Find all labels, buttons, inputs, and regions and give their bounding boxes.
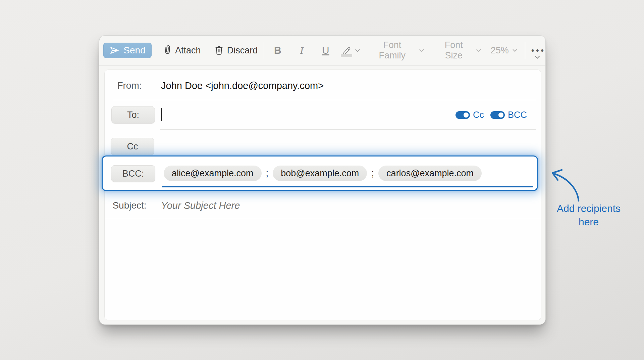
from-value: John Doe <john.doe@company.com>: [161, 80, 324, 91]
cc-input[interactable]: [161, 138, 531, 155]
chevron-down-icon: [355, 49, 360, 52]
cc-toggle-knob: [463, 112, 469, 118]
chevron-down-icon: [476, 49, 481, 52]
subject-label: Subject:: [105, 200, 154, 211]
send-button[interactable]: Send: [103, 43, 152, 58]
message-body[interactable]: [105, 218, 541, 320]
cc-toggle-label: Cc: [473, 110, 484, 120]
font-family-dropdown[interactable]: Font Family: [369, 40, 424, 61]
annotation-text: Add recipients here: [550, 202, 627, 229]
zoom-dropdown[interactable]: 25%: [491, 45, 518, 56]
attach-label: Attach: [175, 45, 201, 56]
font-size-dropdown[interactable]: Font Size: [435, 40, 481, 61]
bcc-input[interactable]: [162, 156, 533, 190]
row-divider: [113, 100, 536, 100]
toolbar-divider: [525, 42, 525, 59]
chevron-down-icon: [419, 49, 424, 52]
cc-toggle[interactable]: [455, 111, 470, 119]
discard-label: Discard: [227, 45, 258, 56]
highlight-color-button[interactable]: [341, 45, 360, 56]
discard-button[interactable]: Discard: [214, 45, 258, 56]
to-input[interactable]: [161, 106, 434, 124]
expand-toolbar-chevron-icon[interactable]: [534, 55, 541, 59]
paperclip-icon: [163, 44, 172, 56]
bcc-toggle[interactable]: [490, 111, 505, 119]
send-label: Send: [123, 45, 145, 56]
compose-form: From: John Doe <john.doe@company.com> To…: [104, 70, 541, 320]
send-icon: [109, 45, 119, 55]
zoom-value: 25%: [491, 45, 509, 56]
font-size-label: Font Size: [435, 40, 472, 61]
from-row: From: John Doe <john.doe@company.com>: [105, 76, 541, 95]
attach-button[interactable]: Attach: [163, 45, 201, 56]
font-family-label: Font Family: [369, 40, 416, 61]
toggle-group: Cc BCC: [455, 106, 527, 124]
toolbar-bottom-divider: [99, 65, 545, 65]
highlight-swatch: [341, 54, 352, 57]
trash-icon: [214, 45, 224, 56]
cc-label-button[interactable]: Cc: [111, 138, 154, 155]
toolbar: Send Attach Discard B I U: [99, 36, 545, 65]
toolbar-divider: [263, 42, 263, 59]
subject-row: Subject: Your Subject Here: [105, 197, 541, 214]
from-label: From:: [105, 80, 154, 91]
row-divider: [160, 129, 536, 130]
italic-button[interactable]: I: [296, 45, 308, 56]
chevron-down-icon: [512, 49, 518, 52]
bold-button[interactable]: B: [271, 45, 284, 56]
to-label-button[interactable]: To:: [111, 106, 155, 124]
underline-button[interactable]: U: [319, 45, 332, 56]
bcc-label-button[interactable]: BCC:: [111, 165, 155, 182]
subject-input[interactable]: Your Subject Here: [161, 200, 240, 211]
page-background: Send Attach Discard B I U: [0, 0, 644, 360]
more-options-button[interactable]: •••: [531, 45, 545, 56]
bcc-field-highlight: BCC: alice@example.com ; bob@example.com…: [102, 155, 538, 191]
compose-window: Send Attach Discard B I U: [99, 35, 546, 325]
bcc-toggle-label: BCC: [508, 110, 527, 120]
bcc-toggle-knob: [498, 112, 504, 118]
curved-arrow-icon: [547, 166, 597, 205]
